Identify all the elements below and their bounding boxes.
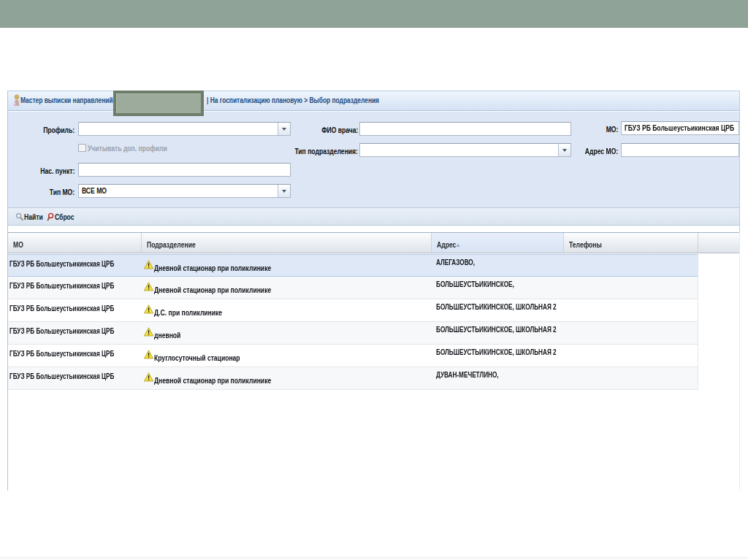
warning-icon: [144, 260, 153, 269]
column-header-phones[interactable]: Телефоны: [564, 233, 698, 253]
row-mo-cell: ГБУЗ РБ Большеустьикинская ЦРБ: [9, 281, 144, 290]
slide-top-band: [0, 0, 748, 28]
settlement-input[interactable]: [78, 163, 291, 177]
find-button-label: Найти: [24, 212, 43, 221]
mo-input[interactable]: ГБУЗ РБ Большеустьикинская ЦРБ: [621, 121, 739, 135]
column-header-unit[interactable]: Подразделение: [142, 233, 432, 253]
grid-body: ГБУЗ РБ Большеустьикинская ЦРБ Дневной с…: [8, 254, 699, 390]
mo-type-combo[interactable]: ВСЕ МО: [78, 184, 291, 198]
table-row[interactable]: ГБУЗ РБ Большеустьикинская ЦРБ Дневной с…: [8, 277, 698, 299]
slide-bottom-edge: [0, 557, 748, 560]
row-mo-cell-text: ГБУЗ РБ Большеустьикинская ЦРБ: [9, 259, 114, 268]
settlement-label: Нас. пункт:: [31, 166, 75, 175]
row-address-cell-text: БОЛЬШЕУСТЬИКИНСКОЕ, ШКОЛЬНАЯ 2: [436, 348, 557, 356]
row-unit-cell: Дневной стационар при поликлинике: [154, 285, 304, 294]
column-header-mo-text: МО: [13, 240, 23, 249]
profile-combo[interactable]: [78, 122, 291, 136]
mo-type-combo-trigger[interactable]: [278, 185, 290, 197]
row-mo-cell: ГБУЗ РБ Большеустьикинская ЦРБ: [9, 304, 144, 312]
wizard-person-icon: [11, 93, 21, 107]
unit-type-label: Тип подразделения:: [277, 147, 358, 156]
column-header-phones-text: Телефоны: [569, 240, 602, 249]
breadcrumb-text: | На госпитализацию плановую > Выбор под…: [207, 96, 379, 104]
settlement-label-text: Нас. пункт:: [40, 166, 75, 175]
row-mo-cell-text: ГБУЗ РБ Большеустьикинская ЦРБ: [9, 349, 114, 358]
mo-address-label-text: Адрес МО:: [585, 147, 618, 156]
panel-right-border: [739, 91, 740, 232]
row-mo-cell-text: ГБУЗ РБ Большеустьикинская ЦРБ: [9, 326, 114, 335]
row-unit-cell-text: Круглосуточный стационар: [154, 353, 240, 362]
panel-right-border-lower: [739, 232, 740, 491]
breadcrumb: | На госпитализацию плановую > Выбор под…: [207, 96, 443, 104]
table-row[interactable]: ГБУЗ РБ Большеустьикинская ЦРБ Д.С. при …: [8, 299, 698, 322]
column-header-unit-label: Подразделение: [147, 240, 210, 249]
doctor-name-label: ФИО врача:: [311, 126, 358, 134]
table-row[interactable]: ГБУЗ РБ Большеустьикинская ЦРБ Круглосут…: [8, 345, 698, 367]
doctor-name-label-text: ФИО врача:: [321, 126, 358, 134]
warning-icon: [144, 327, 153, 337]
row-address-cell-text: ДУВАН-МЕЧЕТЛИНО,: [436, 370, 499, 379]
row-unit-cell-text: Дневной стационар при поликлинике: [154, 376, 271, 385]
column-header-mo[interactable]: МО: [8, 233, 142, 253]
row-address-cell: БОЛЬШЕУСТЬИКИНСКОЕ, ШКОЛЬНАЯ 2: [436, 348, 590, 356]
mo-input-value-text: ГБУЗ РБ Большеустьикинская ЦРБ: [625, 123, 734, 132]
extra-profiles-label: Учитывать доп. профили: [88, 144, 189, 153]
reset-button-label: Сброс: [55, 212, 75, 221]
reset-pin-icon: [46, 212, 55, 222]
row-address-cell-text: АЛЕГАЗОВО,: [436, 258, 475, 266]
mo-type-combo-value-text: ВСЕ МО: [82, 186, 107, 195]
unit-type-combo[interactable]: [359, 143, 571, 157]
column-header-mo-label: МО: [13, 240, 26, 249]
mo-input-value: ГБУЗ РБ Большеустьикинская ЦРБ: [625, 123, 748, 132]
row-address-cell: АЛЕГАЗОВО,: [436, 258, 486, 266]
warning-icon: [144, 304, 153, 314]
extra-profiles-checkbox[interactable]: [78, 144, 86, 152]
window-title-text: Мастер выписки направлений: [20, 96, 113, 104]
mo-label: МО:: [603, 125, 618, 134]
row-address-cell-text: БОЛЬШЕУСТЬИКИНСКОЕ, ШКОЛЬНАЯ 2: [436, 325, 557, 334]
mo-type-label: Тип МО:: [42, 188, 75, 196]
profile-label: Профиль:: [34, 126, 75, 134]
row-address-cell: ДУВАН-МЕЧЕТЛИНО,: [436, 370, 516, 379]
row-address-cell-text: БОЛЬШЕУСТЬИКИНСКОЕ, ШКОЛЬНАЯ 2: [436, 302, 557, 311]
slide: Мастер выписки направлений | На госпитал…: [0, 0, 748, 560]
row-mo-cell: ГБУЗ РБ Большеустьикинская ЦРБ: [9, 372, 144, 380]
unit-type-label-text: Тип подразделения:: [294, 147, 358, 156]
column-header-phones-label: Телефоны: [569, 240, 611, 249]
warning-icon: [144, 372, 153, 382]
row-unit-cell: Дневной стационар при поликлинике: [154, 376, 304, 385]
row-address-cell: БОЛЬШЕУСТЬИКИНСКОЕ, ШКОЛЬНАЯ 2: [436, 302, 590, 311]
unit-type-combo-trigger[interactable]: [558, 144, 570, 156]
row-unit-cell: Круглосуточный стационар: [154, 353, 264, 362]
doctor-name-input[interactable]: [359, 122, 571, 136]
mo-label-text: МО:: [606, 125, 618, 134]
grid-header: МО Подразделение Адрес Телефоны: [8, 232, 739, 253]
reset-button[interactable]: Сброс: [46, 210, 80, 223]
window-titlebar: Мастер выписки направлений | На госпитал…: [8, 91, 739, 111]
sort-ascending-icon: [456, 244, 460, 247]
row-mo-cell: ГБУЗ РБ Большеустьикинская ЦРБ: [9, 349, 144, 358]
row-mo-cell-text: ГБУЗ РБ Большеустьикинская ЦРБ: [9, 304, 114, 312]
row-mo-cell-text: ГБУЗ РБ Большеустьикинская ЦРБ: [9, 372, 114, 380]
row-unit-cell: Д.С. при поликлинике: [154, 308, 241, 317]
column-header-address[interactable]: Адрес: [432, 233, 564, 253]
warning-icon: [144, 282, 153, 291]
table-row[interactable]: ГБУЗ РБ Большеустьикинская ЦРБ Дневной с…: [8, 254, 698, 277]
row-unit-cell-text: дневной: [154, 331, 180, 340]
row-mo-cell: ГБУЗ РБ Большеустьикинская ЦРБ: [9, 259, 144, 268]
grid-toolbar: Найти Сброс: [8, 207, 739, 226]
profile-combo-trigger[interactable]: [278, 123, 290, 135]
find-button[interactable]: Найти: [15, 210, 48, 223]
mo-type-combo-value: ВСЕ МО: [82, 186, 114, 195]
column-header-address-text: Адрес: [437, 240, 456, 249]
mo-address-input[interactable]: [621, 143, 739, 157]
row-unit-cell: Дневной стационар при поликлинике: [154, 264, 304, 272]
table-row[interactable]: ГБУЗ РБ Большеустьикинская ЦРБ дневной Б…: [8, 322, 698, 345]
table-row[interactable]: ГБУЗ РБ Большеустьикинская ЦРБ Дневной с…: [8, 367, 698, 390]
row-unit-cell-text: Дневной стационар при поликлинике: [154, 264, 271, 272]
mo-type-label-text: Тип МО:: [50, 188, 75, 196]
row-address-cell-text: БОЛЬШЕУСТЬИКИНСКОЕ,: [436, 280, 514, 288]
row-mo-cell: ГБУЗ РБ Большеустьикинская ЦРБ: [9, 326, 144, 335]
warning-icon: [144, 350, 153, 359]
row-address-cell: БОЛЬШЕУСТЬИКИНСКОЕ, ШКОЛЬНАЯ 2: [436, 325, 590, 334]
